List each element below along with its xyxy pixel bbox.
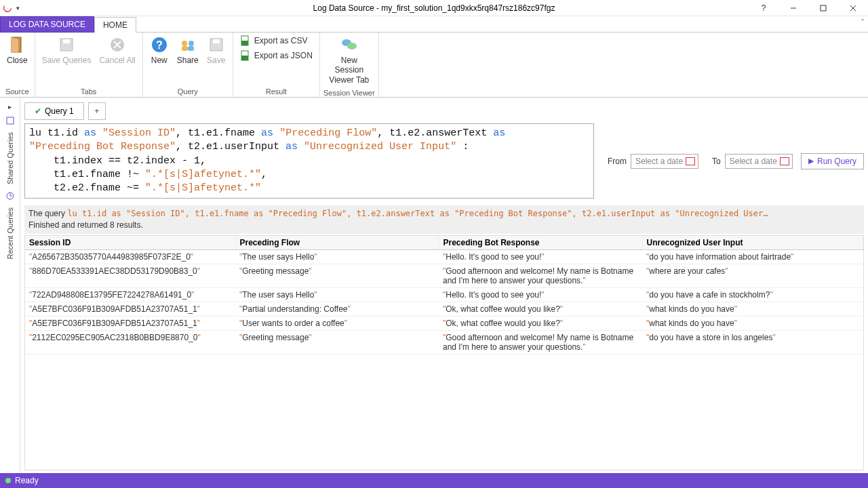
ribbon: Close Source Save Queries Cancel All Tab… (0, 33, 868, 98)
export-json-button[interactable]: Export as JSON (240, 50, 313, 61)
col-preceding-flow[interactable]: Preceding Flow (235, 236, 439, 250)
results-grid[interactable]: Session ID Preceding Flow Preceding Bot … (24, 235, 864, 470)
new-query-button[interactable]: ? New (146, 33, 173, 68)
export-csv-button[interactable]: Export as CSV (240, 35, 313, 46)
group-tabs-label: Tabs (38, 86, 140, 97)
door-icon (7, 35, 26, 54)
table-row[interactable]: A265672B35035770A44983985F073F2E_0The us… (25, 249, 863, 264)
group-result-label: Result (236, 86, 317, 97)
export-csv-label: Export as CSV (254, 36, 308, 45)
cancel-all-button[interactable]: Cancel All (95, 33, 139, 68)
query-tab-1-label: Query 1 (45, 106, 74, 116)
maximize-button[interactable] (808, 0, 838, 16)
group-session-label: Session Viewer (323, 87, 376, 98)
to-date-input[interactable]: Select a date (725, 154, 793, 169)
title-bar: ▾ Log Data Source - my_first_solution_1q… (0, 0, 868, 16)
query-tabs: ✔ Query 1 + (24, 98, 864, 121)
from-label: From (608, 157, 627, 166)
tab-home[interactable]: HOME (94, 17, 136, 33)
query-editor[interactable]: lu t1.id as "Session ID", t1.e1.fname as… (24, 123, 594, 199)
table-row[interactable]: A5E7BFC036F91B309AFDB51A23707A51_1User w… (25, 316, 863, 330)
svg-point-26 (347, 43, 357, 49)
cancel-all-label: Cancel All (99, 56, 135, 65)
save-queries-label: Save Queries (42, 56, 92, 65)
floppy-icon (57, 35, 76, 54)
export-json-icon (240, 50, 251, 61)
add-query-tab-button[interactable]: + (88, 102, 106, 120)
shared-queries-icon (5, 116, 15, 125)
minimize-button[interactable] (778, 0, 808, 16)
new-session-viewer-label: New Session Viewer Tab (327, 56, 372, 85)
result-summary: Finished and returned 8 results. (28, 220, 860, 231)
col-preceding-bot-response[interactable]: Preceding Bot Response (439, 236, 642, 250)
calendar-icon (780, 157, 789, 165)
svg-rect-9 (63, 39, 70, 43)
svg-rect-22 (241, 41, 248, 45)
export-json-label: Export as JSON (254, 51, 313, 60)
group-query-label: Query (146, 86, 230, 97)
svg-rect-27 (7, 117, 14, 124)
status-text: Ready (15, 476, 39, 485)
cancel-icon (108, 35, 127, 54)
query-tab-1[interactable]: ✔ Query 1 (24, 102, 84, 120)
window-title: Log Data Source - my_first_solution_1qd9… (0, 3, 868, 13)
svg-rect-17 (182, 46, 188, 51)
svg-marker-7 (12, 37, 18, 52)
save-query-button[interactable]: Save (203, 33, 230, 68)
new-session-viewer-button[interactable]: New Session Viewer Tab (323, 33, 376, 87)
play-icon: ▶ (808, 157, 814, 165)
expand-rail-icon[interactable]: ▸ (8, 100, 12, 113)
floppy-icon (207, 35, 226, 54)
session-viewer-icon (340, 35, 359, 54)
qat-customize-icon[interactable]: ▾ (16, 5, 20, 12)
new-query-label: New (151, 56, 167, 65)
ribbon-collapse-icon[interactable]: ˆ (861, 18, 864, 26)
message-bar: The query lu t1.id as "Session ID", t1.e… (24, 205, 864, 234)
echoed-query: lu t1.id as "Session ID", t1.e1.fname as… (67, 208, 860, 220)
share-label: Share (177, 56, 199, 65)
svg-point-15 (182, 41, 187, 46)
table-row[interactable]: 2112EC0295EC905AC2318B0BBD9E8870_0Greeti… (25, 330, 863, 354)
share-icon (178, 35, 197, 54)
run-query-label: Run Query (817, 157, 856, 166)
svg-rect-20 (213, 39, 220, 43)
col-session-id[interactable]: Session ID (25, 236, 235, 250)
left-rail: ▸ Shared Queries Recent Queries (0, 98, 20, 473)
svg-rect-3 (821, 5, 826, 11)
ribbon-tab-strip: LOG DATA SOURCE HOME ˆ (0, 16, 868, 33)
svg-rect-18 (188, 46, 194, 51)
table-row[interactable]: 722AD948808E13795FE7224278A61491_0The us… (25, 287, 863, 302)
svg-point-16 (189, 41, 194, 46)
from-date-input[interactable]: Select a date (631, 154, 698, 169)
run-query-button[interactable]: ▶ Run Query (801, 153, 864, 169)
svg-rect-24 (241, 56, 248, 60)
table-row[interactable]: 886D70EA533391AEC38DD53179D90B83_0Greeti… (25, 264, 863, 287)
export-csv-icon (240, 35, 251, 46)
svg-text:?: ? (156, 39, 163, 51)
table-row[interactable]: A5E7BFC036F91B309AFDB51A23707A51_1Partia… (25, 302, 863, 316)
calendar-icon (686, 157, 695, 165)
shared-queries-tab[interactable]: Shared Queries (5, 128, 16, 188)
status-bar: Ready (0, 473, 868, 488)
close-button[interactable]: Close (3, 33, 32, 68)
recent-queries-tab[interactable]: Recent Queries (5, 203, 16, 263)
group-source-label: Source (3, 86, 32, 97)
share-button[interactable]: Share (173, 33, 203, 68)
recent-queries-icon (5, 191, 15, 201)
check-icon: ✔ (35, 106, 41, 116)
close-label: Close (7, 56, 28, 65)
save-query-label: Save (207, 56, 225, 65)
to-label: To (712, 157, 721, 166)
close-window-button[interactable] (838, 0, 868, 16)
col-unrecognized-input[interactable]: Unrecognized User Input (642, 236, 863, 250)
new-query-icon: ? (150, 35, 169, 54)
app-icon (3, 3, 12, 13)
help-button[interactable]: ? (749, 0, 778, 16)
status-dot-icon (5, 478, 11, 483)
save-queries-button[interactable]: Save Queries (38, 33, 96, 68)
tab-log-data-source[interactable]: LOG DATA SOURCE (0, 16, 94, 33)
